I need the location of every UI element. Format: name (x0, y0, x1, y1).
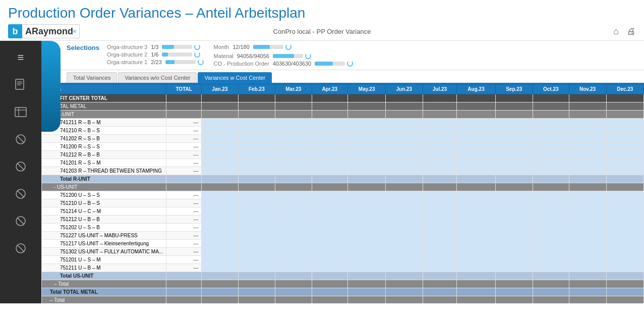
sidebar-item-filter4[interactable] (6, 208, 36, 234)
table-header-row: Others TOTAL Jan.23 Feb.23 Mar.23 Apr.23… (42, 84, 644, 94)
sel-spinner-orga2 (194, 51, 200, 58)
table-row: 741210 R – B – S — (42, 127, 644, 135)
table-row: – Total (42, 280, 644, 288)
table-row: 751217 US-UNIT – Kleinserienfertigung — (42, 240, 644, 248)
selections-label: Selections (67, 44, 99, 51)
sel-bar-orga2 (162, 52, 192, 57)
table-row: 741201 R – S – M — (42, 159, 644, 167)
sidebar-item-menu[interactable]: ≡ (6, 45, 36, 70)
sel-orga1: Orga-structure 1 2/23 (107, 59, 204, 65)
system-title: ConPro local - PP Order Variance (273, 28, 371, 35)
sel-co-order: CO - Production Order 403630/403630 (214, 61, 354, 67)
sel-bar-co (315, 62, 345, 66)
table-row: 751302 US-UNIT – FULLY AUTOMATIC MA... — (42, 248, 644, 256)
col-mar23: Mar.23 (275, 84, 312, 94)
table-row: 751202 U – S – B — (42, 224, 644, 232)
print-icon[interactable]: 🖨 (627, 26, 636, 37)
table-row: 751200 U – S – S — (42, 191, 644, 199)
table-row: Total R-UNIT (42, 175, 644, 183)
col-nov23: Nov.23 (569, 84, 606, 94)
sel-spinner-orga1 (198, 59, 204, 65)
sel-orga2: Orga-structure 2 1/6 (107, 51, 204, 58)
sel-spinner-material (305, 53, 311, 59)
sel-bar-month (253, 45, 283, 49)
col-apr23: Apr.23 (312, 84, 348, 94)
brand-name: ARaymond® (22, 24, 80, 38)
total-total-metal-row: Total TOTAL METAL (42, 288, 644, 296)
sidebar-item-filter1[interactable] (6, 127, 36, 152)
sel-month: Month 12/180 (214, 44, 354, 50)
data-table: Others TOTAL Jan.23 Feb.23 Mar.23 Apr.23… (41, 84, 644, 303)
svg-line-16 (18, 245, 24, 251)
col-sep23: Sep.23 (495, 84, 533, 94)
table-row: 751212 U – B – B — (42, 216, 644, 224)
table-row: 751227 US-UNIT – MABU-PRESS — (42, 232, 644, 240)
table-row: – Total (42, 296, 644, 304)
col-total: TOTAL (166, 84, 202, 94)
svg-rect-4 (15, 108, 26, 117)
table-row: 741212 R – B – B — (42, 151, 644, 159)
sidebar: ≡ (0, 41, 41, 303)
sel-material: Material 94056/94056 (214, 53, 354, 59)
svg-line-14 (18, 218, 24, 224)
table-row: - TOTAL METAL (42, 102, 644, 111)
table-row: - R-UNIT (42, 111, 644, 119)
sel-bar-material (273, 54, 303, 58)
sidebar-item-filter2[interactable] (6, 154, 36, 179)
table-row: - PROFIT CENTER TOTAL (42, 94, 644, 102)
col-may23: May.23 (348, 84, 386, 94)
sel-bar-orga1 (165, 60, 196, 64)
table-row: 751201 U – S – M — (42, 256, 644, 264)
sel-orga3: Orga-structure 3 1/3 (107, 44, 204, 50)
col-jan23: Jan.23 (202, 84, 239, 94)
home-icon[interactable]: ⌂ (613, 26, 619, 37)
sel-spinner-month (285, 44, 291, 50)
svg-line-12 (18, 191, 24, 197)
brand-b-icon: b (8, 24, 22, 38)
sel-bar-orga3 (162, 45, 192, 49)
sel-spinner-orga3 (194, 44, 200, 50)
svg-line-10 (18, 164, 24, 170)
table-row: 751211 U – B – M — (42, 264, 644, 272)
tab-total-variances[interactable]: Total Variances (67, 72, 117, 83)
svg-line-8 (18, 136, 24, 142)
tab-variances-wo-cost-center[interactable]: Variances w/o Cost Center (118, 72, 197, 83)
table-row: Total US-UNIT (42, 272, 644, 280)
col-others: Others (42, 84, 166, 94)
sidebar-item-table[interactable] (6, 99, 36, 125)
col-jul23: Jul.23 (423, 84, 457, 94)
tab-variances-w-cost-center[interactable]: Variances w Cost Center (198, 72, 272, 83)
col-dec23: Dec.23 (606, 84, 643, 94)
col-jun23: Jun.23 (386, 84, 423, 94)
col-feb23: Feb.23 (238, 84, 275, 94)
table-row: 741203 R – THREAD BETWEEN STAMPING — (42, 167, 644, 175)
table-row: - US-UNIT (42, 183, 644, 191)
col-aug23: Aug.23 (457, 84, 495, 94)
brand-logo: b ARaymond® (8, 24, 80, 38)
svg-rect-0 (16, 79, 24, 89)
table-row: 741200 R – S – S — (42, 143, 644, 151)
col-oct23: Oct.23 (533, 84, 569, 94)
sidebar-item-filter3[interactable] (6, 181, 36, 206)
tabs-bar: Total Variances Variances w/o Cost Cente… (41, 70, 644, 84)
table-row: 751214 U – C – M — (42, 207, 644, 216)
table-row: 741211 R – B – M — (42, 119, 644, 127)
table-row: 741202 R – S – B — (42, 135, 644, 143)
sel-spinner-co (347, 61, 353, 67)
sidebar-item-filter5[interactable] (6, 236, 36, 261)
page-title: Production Order Variances – Anteil Arbe… (8, 5, 636, 21)
sidebar-item-reports[interactable] (6, 72, 36, 97)
table-row: 751210 U – B – S — (42, 199, 644, 207)
